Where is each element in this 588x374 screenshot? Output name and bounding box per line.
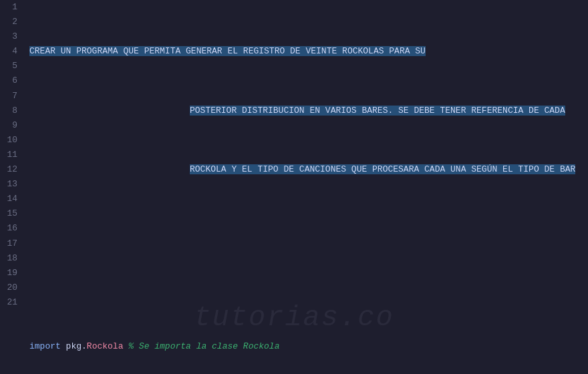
ln-12: 12 [7,162,17,177]
ln-5: 5 [7,59,17,73]
code-line-4 [29,221,583,236]
ln-3: 3 [7,29,17,44]
ln-1: 1 [7,0,17,15]
ln-10: 10 [7,133,17,148]
import-pkg: pkg. [61,341,87,351]
code-line-2: POSTERIOR DISTRIBUCION EN VARIOS BARES. … [29,104,583,118]
ln-20: 20 [7,280,17,295]
code-line-1: CREAR UN PROGRAMA QUE PERMITA GENERAR EL… [29,44,583,59]
import-comment: % Se importa la clase Rockola [123,341,279,351]
ln-19: 19 [7,266,17,280]
code-area: 1 2 3 4 5 6 7 8 9 10 11 12 13 14 15 16 1… [0,0,588,374]
ln-21: 21 [7,295,17,310]
ln-4: 4 [7,44,17,59]
ln-14: 14 [7,192,17,206]
code-line-3: ROCKOLA Y EL TIPO DE CANCIONES QUE PROCE… [29,162,583,177]
code-editor: 1 2 3 4 5 6 7 8 9 10 11 12 13 14 15 16 1… [0,0,588,374]
ln-17: 17 [7,236,17,251]
ln-7: 7 [7,89,17,104]
ln-2: 2 [7,15,17,29]
ln-16: 16 [7,221,17,236]
ln-18: 18 [7,251,17,266]
ln-6: 6 [7,73,17,88]
ln-8: 8 [7,104,17,118]
ln-15: 15 [7,206,17,221]
ln-13: 13 [7,177,17,192]
code-lines[interactable]: CREAR UN PROGRAMA QUE PERMITA GENERAR EL… [24,0,588,374]
ln-11: 11 [7,148,17,162]
ln-9: 9 [7,118,17,133]
code-line-6: import pkg.Rockola % Se importa la clase… [29,339,583,354]
comment-block-3: ROCKOLA Y EL TIPO DE CANCIONES QUE PROCE… [190,164,575,174]
class-rockola: Rockola [87,341,124,351]
comment-block-2: POSTERIOR DISTRIBUCION EN VARIOS BARES. … [190,106,565,116]
code-line-5 [29,280,583,295]
comment-block-1: CREAR UN PROGRAMA QUE PERMITA GENERAR EL… [29,46,426,56]
line-numbers: 1 2 3 4 5 6 7 8 9 10 11 12 13 14 15 16 1… [0,0,24,374]
kw-import: import [29,341,61,351]
